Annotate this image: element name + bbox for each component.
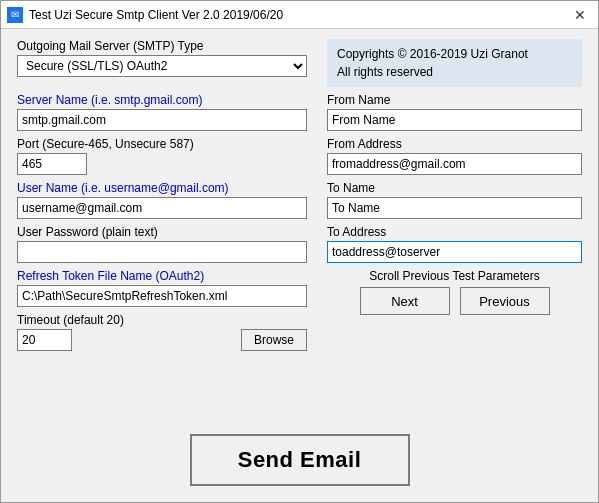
- copyright-section: Copyrights © 2016-2019 Uzi Granot All ri…: [327, 39, 582, 87]
- top-section: Outgoing Mail Server (SMTP) Type Secure …: [17, 39, 582, 87]
- to-address-field: To Address: [327, 225, 582, 263]
- from-name-label: From Name: [327, 93, 582, 107]
- scroll-label: Scroll Previous Test Parameters: [327, 269, 582, 283]
- smtp-type-label: Outgoing Mail Server (SMTP) Type: [17, 39, 307, 53]
- previous-button[interactable]: Previous: [460, 287, 550, 315]
- scroll-section: Scroll Previous Test Parameters Next Pre…: [327, 269, 582, 315]
- timeout-input[interactable]: [17, 329, 72, 351]
- next-button[interactable]: Next: [360, 287, 450, 315]
- refresh-token-row: [17, 285, 307, 307]
- smtp-type-select[interactable]: Secure (SSL/TLS) OAuth2: [17, 55, 307, 77]
- password-input[interactable]: [17, 241, 307, 263]
- main-area: Server Name (i.e. smtp.gmail.com) Port (…: [17, 93, 582, 424]
- refresh-token-field: Refresh Token File Name (OAuth2): [17, 269, 307, 307]
- to-address-label: To Address: [327, 225, 582, 239]
- timeout-row: Timeout (default 20) Browse: [17, 313, 307, 351]
- from-address-input[interactable]: [327, 153, 582, 175]
- from-address-field: From Address: [327, 137, 582, 175]
- browse-button[interactable]: Browse: [241, 329, 307, 351]
- password-label: User Password (plain text): [17, 225, 307, 239]
- left-column: Server Name (i.e. smtp.gmail.com) Port (…: [17, 93, 307, 424]
- right-column: From Name From Address To Name To Addres…: [327, 93, 582, 424]
- main-window: ✉ Test Uzi Secure Smtp Client Ver 2.0 20…: [0, 0, 599, 503]
- smtp-type-section: Outgoing Mail Server (SMTP) Type Secure …: [17, 39, 307, 87]
- title-bar-left: ✉ Test Uzi Secure Smtp Client Ver 2.0 20…: [7, 7, 283, 23]
- refresh-token-label: Refresh Token File Name (OAuth2): [17, 269, 307, 283]
- to-address-input[interactable]: [327, 241, 582, 263]
- content-area: Outgoing Mail Server (SMTP) Type Secure …: [1, 29, 598, 502]
- from-name-input[interactable]: [327, 109, 582, 131]
- title-bar: ✉ Test Uzi Secure Smtp Client Ver 2.0 20…: [1, 1, 598, 29]
- port-label: Port (Secure-465, Unsecure 587): [17, 137, 307, 151]
- bottom-section: Send Email: [17, 424, 582, 492]
- server-name-input[interactable]: [17, 109, 307, 131]
- window-title: Test Uzi Secure Smtp Client Ver 2.0 2019…: [29, 8, 283, 22]
- copyright-box: Copyrights © 2016-2019 Uzi Granot All ri…: [327, 39, 582, 87]
- copyright-line1: Copyrights © 2016-2019 Uzi Granot: [337, 45, 572, 63]
- username-label: User Name (i.e. username@gmail.com): [17, 181, 307, 195]
- username-field: User Name (i.e. username@gmail.com): [17, 181, 307, 219]
- port-input[interactable]: [17, 153, 87, 175]
- refresh-token-input[interactable]: [17, 285, 307, 307]
- app-icon: ✉: [7, 7, 23, 23]
- server-name-field: Server Name (i.e. smtp.gmail.com): [17, 93, 307, 131]
- send-email-button[interactable]: Send Email: [190, 434, 410, 486]
- smtp-type-field: Outgoing Mail Server (SMTP) Type Secure …: [17, 39, 307, 77]
- refresh-token-input-group: [17, 285, 307, 307]
- from-address-label: From Address: [327, 137, 582, 151]
- copyright-line2: All rights reserved: [337, 63, 572, 81]
- to-name-input[interactable]: [327, 197, 582, 219]
- timeout-label: Timeout (default 20): [17, 313, 124, 327]
- timeout-field: Timeout (default 20): [17, 313, 124, 351]
- server-name-label: Server Name (i.e. smtp.gmail.com): [17, 93, 307, 107]
- to-name-label: To Name: [327, 181, 582, 195]
- to-name-field: To Name: [327, 181, 582, 219]
- from-name-field: From Name: [327, 93, 582, 131]
- port-field: Port (Secure-465, Unsecure 587): [17, 137, 307, 175]
- username-input[interactable]: [17, 197, 307, 219]
- close-button[interactable]: ✕: [568, 5, 592, 25]
- password-field: User Password (plain text): [17, 225, 307, 263]
- scroll-buttons: Next Previous: [327, 287, 582, 315]
